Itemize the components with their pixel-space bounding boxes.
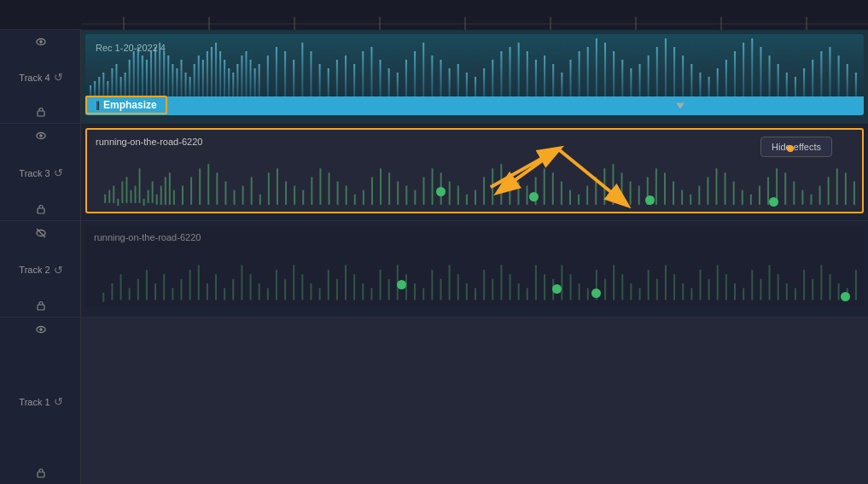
track2-eye-icon[interactable] (34, 226, 48, 240)
svg-rect-189 (527, 186, 528, 205)
svg-rect-134 (113, 186, 114, 203)
track2-dot-4[interactable] (841, 292, 850, 301)
svg-rect-212 (725, 172, 726, 205)
svg-rect-100 (587, 47, 589, 102)
svg-rect-180 (449, 182, 451, 205)
track4-lock-icon[interactable] (35, 106, 47, 118)
svg-rect-304 (734, 283, 736, 300)
track3-dot-1[interactable] (436, 187, 446, 196)
svg-rect-140 (139, 168, 141, 203)
svg-rect-182 (466, 195, 468, 205)
svg-rect-41 (167, 55, 169, 102)
track2-dot-3[interactable] (591, 289, 601, 298)
svg-rect-198 (603, 168, 605, 205)
svg-rect-165 (319, 168, 321, 205)
track2-name: Track 2 (19, 265, 50, 275)
track1-label: Track 1 ↺ (0, 318, 80, 484)
svg-rect-256 (319, 288, 321, 300)
svg-rect-277 (500, 265, 502, 300)
svg-point-1 (39, 40, 43, 44)
track3-refresh-icon[interactable]: ↺ (54, 166, 63, 179)
svg-rect-311 (795, 288, 796, 300)
svg-rect-205 (664, 172, 666, 205)
track3-dot-3[interactable] (645, 195, 655, 205)
svg-rect-313 (812, 279, 813, 300)
track3-label: Track 3 ↺ (0, 124, 80, 221)
svg-point-4 (39, 134, 43, 137)
track1-eye-icon[interactable] (34, 323, 48, 336)
ruler-spacer (0, 0, 81, 30)
track2-audio-clip[interactable]: running-on-the-road-6220 (85, 225, 864, 306)
svg-rect-163 (302, 190, 304, 205)
track3-audio-clip[interactable]: running-on-the-road-6220 (85, 128, 864, 213)
svg-rect-210 (707, 177, 708, 204)
track3-eye-icon[interactable] (34, 129, 48, 143)
svg-rect-202 (638, 186, 640, 205)
svg-rect-312 (803, 270, 805, 300)
svg-rect-184 (483, 177, 485, 204)
svg-rect-315 (829, 274, 830, 300)
svg-rect-272 (457, 274, 459, 300)
emphasize-label[interactable]: Emphasize (103, 99, 157, 111)
svg-rect-67 (301, 43, 303, 102)
svg-rect-64 (276, 47, 277, 102)
svg-rect-269 (431, 270, 433, 300)
svg-rect-147 (169, 172, 171, 205)
svg-rect-214 (742, 190, 743, 205)
svg-rect-177 (422, 177, 424, 204)
svg-rect-216 (759, 186, 760, 205)
track2-dot-1[interactable] (397, 280, 406, 289)
track2-content: running-on-the-road-6220 (81, 221, 868, 318)
svg-rect-275 (483, 270, 485, 300)
svg-rect-226 (845, 172, 847, 205)
svg-rect-65 (284, 51, 286, 102)
svg-rect-59 (245, 51, 247, 102)
svg-rect-241 (189, 270, 191, 300)
svg-rect-178 (432, 168, 434, 205)
svg-rect-157 (251, 177, 253, 204)
emphasize-dropdown-triangle[interactable] (676, 103, 684, 109)
track4-refresh-icon[interactable]: ↺ (54, 71, 63, 84)
svg-rect-40 (163, 51, 165, 102)
svg-rect-101 (596, 38, 597, 102)
svg-rect-103 (613, 51, 615, 102)
svg-rect-235 (137, 279, 139, 300)
track3-dot-2[interactable] (529, 192, 539, 201)
track3-content: running-on-the-road-6220 (81, 124, 868, 221)
svg-rect-99 (579, 51, 580, 102)
track1-lock-icon[interactable] (35, 467, 47, 479)
svg-rect-286 (579, 283, 580, 300)
svg-rect-309 (778, 274, 779, 300)
svg-rect-239 (172, 288, 173, 300)
svg-rect-92 (518, 43, 520, 102)
svg-rect-5 (38, 208, 44, 213)
track3-name: Track 3 (19, 168, 50, 178)
svg-rect-196 (586, 186, 588, 205)
track2-clip-label: running-on-the-road-6220 (94, 232, 201, 242)
track2-label: Track 2 ↺ (0, 221, 80, 318)
svg-rect-12 (81, 0, 868, 30)
main-container: Track 4 ↺ (0, 0, 868, 484)
svg-rect-249 (259, 283, 260, 300)
track2-refresh-icon[interactable]: ↺ (54, 264, 63, 277)
svg-rect-137 (125, 177, 127, 202)
track4-eye-icon[interactable] (34, 35, 48, 49)
track1-refresh-icon[interactable]: ↺ (54, 395, 63, 408)
svg-rect-110 (673, 47, 675, 102)
svg-rect-211 (715, 168, 717, 205)
svg-rect-143 (152, 182, 154, 203)
svg-rect-234 (129, 288, 131, 300)
svg-rect-174 (397, 182, 399, 205)
svg-rect-74 (362, 51, 364, 102)
track3-dot-4[interactable] (769, 197, 778, 207)
svg-rect-148 (173, 190, 175, 205)
track4-audio-clip[interactable]: Rec 1-20-2022 4 (85, 34, 864, 115)
svg-rect-318 (855, 270, 857, 300)
track2-lock-icon[interactable] (35, 300, 47, 312)
svg-rect-285 (569, 274, 571, 300)
svg-rect-225 (836, 168, 838, 205)
hide-effects-tooltip[interactable]: Hide effects (760, 137, 832, 157)
svg-rect-51 (211, 47, 213, 102)
track3-lock-icon[interactable] (35, 203, 47, 215)
svg-rect-138 (130, 190, 131, 203)
